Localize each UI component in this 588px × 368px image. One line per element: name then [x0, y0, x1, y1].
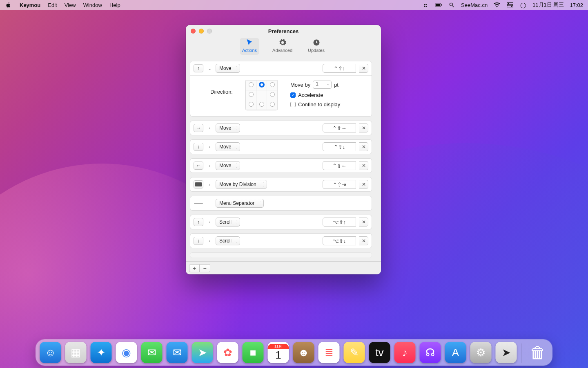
shortcut-clear-button[interactable]: ✕ — [359, 218, 368, 227]
expand-toggle[interactable]: › — [207, 220, 212, 224]
dock-safari[interactable]: ✦ — [91, 342, 112, 363]
action-row-scroll-down: ↓ › Scroll ⌥⇧↓ ✕ — [190, 233, 372, 248]
shortcut-field[interactable]: ⌃⇧↓ — [323, 142, 356, 151]
dock-messages[interactable]: ✉ — [141, 342, 163, 363]
siri-icon[interactable]: ◯ — [519, 1, 527, 9]
svg-point-6 — [508, 3, 509, 4]
svg-rect-1 — [436, 4, 440, 6]
dock-trash[interactable]: 🗑 — [527, 342, 548, 363]
status-text[interactable]: SeeMac.cn — [461, 2, 488, 8]
accelerate-label: Accelerate — [298, 92, 323, 98]
shortcut-field[interactable]: ⌥⇧↑ — [323, 218, 356, 227]
action-select[interactable]: Move — [216, 64, 240, 73]
control-center-icon[interactable] — [506, 1, 514, 9]
dock-chrome[interactable]: ◉ — [116, 342, 137, 363]
dock-photos[interactable]: ✿ — [217, 342, 238, 363]
expand-toggle[interactable]: › — [207, 163, 212, 168]
direction-grid[interactable] — [245, 80, 278, 110]
actions-list[interactable]: ↑ ⌄ Move ⌃⇧↑ ✕ Direction: — [188, 61, 374, 260]
app-menu[interactable]: Keymou — [20, 2, 40, 8]
menu-window[interactable]: Window — [83, 2, 102, 8]
action-select[interactable]: Move — [216, 123, 240, 132]
moveby-label: Move by — [290, 82, 310, 88]
shortcut-field[interactable]: ⌃⇧↑ — [323, 64, 356, 73]
add-action-button[interactable]: + — [189, 264, 200, 272]
dock-keymou[interactable]: ➤ — [496, 342, 517, 363]
confine-checkbox[interactable] — [290, 102, 296, 107]
preferences-window: Preferences Actions Advanced Updates ↑ ⌄… — [186, 25, 381, 274]
menubar-time[interactable]: 17:02 — [570, 2, 583, 8]
direction-icon-up[interactable]: ↑ — [194, 64, 203, 72]
svg-point-3 — [450, 3, 452, 6]
expand-toggle[interactable]: › — [207, 182, 212, 187]
dock-launchpad[interactable]: ▦ — [65, 342, 87, 363]
content-area: ↑ ⌄ Move ⌃⇧↑ ✕ Direction: — [186, 55, 381, 274]
dock-calendar[interactable]: 11月1 — [268, 342, 289, 363]
expand-toggle[interactable]: ⌄ — [207, 66, 212, 71]
dock-podcasts[interactable]: ☊ — [420, 342, 441, 363]
window-title: Preferences — [186, 28, 381, 34]
tab-actions[interactable]: Actions — [240, 38, 259, 55]
remove-action-button[interactable]: − — [200, 264, 210, 272]
direction-icon-right[interactable]: → — [194, 124, 203, 132]
action-row-move-by-division: › Move by Division ⌃⇧⇥ ✕ — [190, 177, 372, 192]
shortcut-field[interactable]: ⌃⇧→ — [323, 123, 356, 132]
direction-label: Direction: — [196, 80, 233, 95]
confine-label: Confine to display — [298, 101, 340, 108]
expand-toggle[interactable]: › — [207, 126, 212, 130]
action-row-move-up: ↑ ⌄ Move ⌃⇧↑ ✕ Direction: — [190, 61, 372, 117]
shortcut-field[interactable]: ⌃⇧← — [323, 161, 356, 170]
status-tray-icon[interactable]: ◘ — [422, 1, 429, 9]
spotlight-icon[interactable] — [448, 1, 455, 9]
action-select[interactable]: Move — [216, 161, 240, 170]
menu-view[interactable]: View — [65, 2, 76, 8]
expand-toggle[interactable]: › — [207, 238, 212, 243]
shortcut-field[interactable]: ⌃⇧⇥ — [323, 180, 356, 189]
action-select[interactable]: Move by Division — [216, 180, 267, 189]
action-select[interactable]: Menu Separator — [216, 199, 264, 208]
menu-help[interactable]: Help — [109, 2, 120, 8]
shortcut-field[interactable]: ⌥⇧↓ — [323, 236, 356, 245]
shortcut-clear-button[interactable]: ✕ — [359, 236, 368, 245]
dock-tv[interactable]: tv — [369, 342, 390, 363]
dock-notes[interactable]: ✎ — [344, 342, 365, 363]
dock: ☺▦✦◉✉✉➤✿■11月1☻≣✎tv♪☊A⚙➤🗑 — [36, 339, 552, 366]
action-select[interactable]: Scroll — [216, 236, 240, 245]
direction-icon-down[interactable]: ↓ — [194, 143, 203, 151]
accelerate-checkbox[interactable]: ✓ — [290, 92, 296, 98]
dock-facetime[interactable]: ■ — [243, 342, 264, 363]
titlebar[interactable]: Preferences — [186, 25, 381, 37]
shortcut-clear-button[interactable]: ✕ — [359, 161, 368, 170]
action-select[interactable]: Scroll — [216, 218, 240, 227]
dock-finder[interactable]: ☺ — [40, 342, 61, 363]
tab-updates[interactable]: Updates — [305, 38, 327, 55]
direction-icon-up[interactable]: ↑ — [194, 218, 203, 226]
shortcut-clear-button[interactable]: ✕ — [359, 142, 368, 151]
direction-up-selected[interactable] — [259, 82, 265, 88]
dock-reminders[interactable]: ≣ — [318, 342, 340, 363]
dock-contacts[interactable]: ☻ — [293, 342, 314, 363]
shortcut-clear-button[interactable]: ✕ — [359, 180, 368, 189]
dock-appstore[interactable]: A — [445, 342, 466, 363]
action-select[interactable]: Move — [216, 142, 240, 151]
expand-toggle[interactable]: › — [207, 144, 212, 149]
menu-edit[interactable]: Edit — [48, 2, 57, 8]
shortcut-clear-button[interactable]: ✕ — [359, 123, 368, 132]
dock-music[interactable]: ♪ — [394, 342, 416, 363]
apple-menu-icon[interactable] — [5, 1, 12, 9]
dock-maps[interactable]: ➤ — [192, 342, 213, 363]
dock-settings[interactable]: ⚙ — [470, 342, 492, 363]
menubar-date[interactable]: 11月1日 周三 — [532, 1, 564, 9]
moveby-unit: pt — [334, 82, 339, 88]
direction-icon-left[interactable]: ← — [194, 162, 203, 170]
moveby-field[interactable]: 1 — [313, 81, 332, 89]
battery-icon[interactable] — [435, 1, 442, 9]
action-detail-panel: Direction: Move by 1 pt — [190, 75, 372, 116]
direction-icon-down[interactable]: ↓ — [194, 237, 203, 245]
division-icon[interactable] — [194, 180, 203, 188]
wifi-icon[interactable] — [493, 1, 501, 9]
tab-advanced-label: Advanced — [272, 48, 292, 53]
dock-mail[interactable]: ✉ — [167, 342, 188, 363]
shortcut-clear-button[interactable]: ✕ — [359, 64, 368, 73]
tab-advanced[interactable]: Advanced — [270, 38, 295, 55]
